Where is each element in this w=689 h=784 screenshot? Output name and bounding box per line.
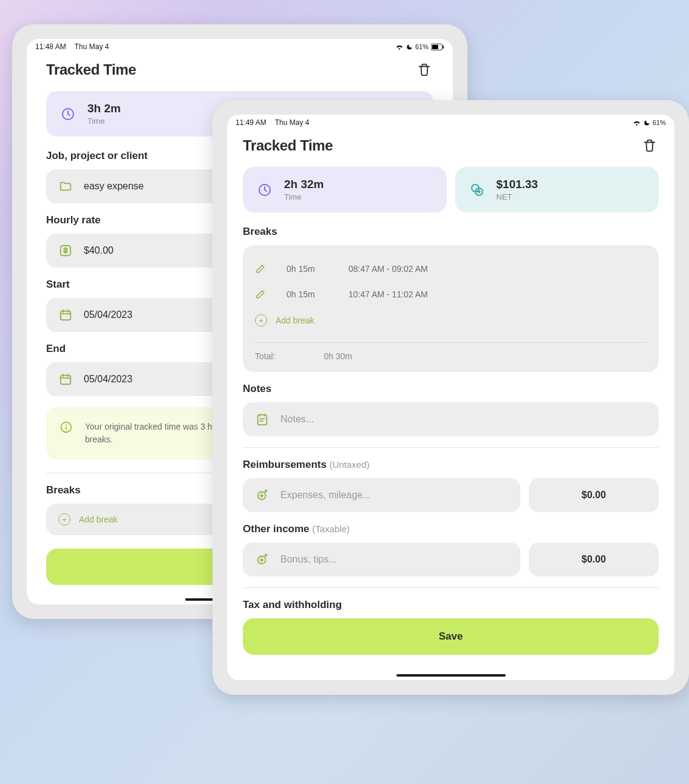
total-value: 0h 30m xyxy=(324,351,352,361)
battery-icon xyxy=(431,44,444,50)
moon-icon xyxy=(406,44,413,50)
screen-front: 11:49 AM Thu May 4 61% Tracked Time xyxy=(227,115,674,680)
rate-value: $40.00 xyxy=(84,245,114,256)
expense-in-icon xyxy=(255,488,270,502)
tax-label: Tax and withholding xyxy=(243,599,659,611)
reimbursements-placeholder: Expenses, mileage... xyxy=(280,490,371,501)
moon-icon xyxy=(643,120,650,126)
reimbursements-amount-field[interactable]: $0.00 xyxy=(529,478,659,512)
other-income-label: Other income (Taxable) xyxy=(243,523,659,535)
svg-rect-2 xyxy=(443,45,444,48)
delete-button[interactable] xyxy=(415,61,433,79)
break-duration: 0h 15m xyxy=(287,289,329,299)
summary-net-label: NET xyxy=(497,192,538,201)
status-time: 11:49 AM xyxy=(236,118,266,127)
save-button[interactable]: Save xyxy=(243,618,659,655)
break-row[interactable]: 0h 15m 08:47 AM - 09:02 AM xyxy=(255,256,647,282)
reimbursements-field[interactable]: Expenses, mileage... xyxy=(243,478,520,512)
breaks-card: 0h 15m 08:47 AM - 09:02 AM 0h 15m 10:47 … xyxy=(243,245,659,372)
other-income-amount-field[interactable]: $0.00 xyxy=(529,542,659,576)
svg-rect-6 xyxy=(61,376,71,385)
home-indicator xyxy=(396,674,506,677)
battery-percent: 61% xyxy=(415,43,429,50)
info-icon xyxy=(59,421,73,434)
notes-field[interactable]: Notes... xyxy=(243,402,659,436)
notes-icon xyxy=(255,412,270,427)
summary-time-value: 2h 32m xyxy=(284,178,324,191)
add-break-button[interactable]: + Add break xyxy=(255,307,647,331)
breaks-total-row: Total: 0h 30m xyxy=(255,345,647,361)
other-income-field[interactable]: Bonus, tips... xyxy=(243,542,520,576)
income-in-icon xyxy=(255,552,270,567)
summary-net-value: $101.33 xyxy=(497,178,538,191)
job-value: easy expense xyxy=(84,181,144,192)
wifi-icon xyxy=(395,44,404,50)
status-date: Thu May 4 xyxy=(275,118,310,127)
edit-icon xyxy=(255,289,267,300)
break-duration: 0h 15m xyxy=(287,264,329,274)
breaks-label: Breaks xyxy=(243,226,659,238)
wifi-icon xyxy=(633,120,641,126)
battery-percent: 61% xyxy=(653,119,666,126)
svg-rect-5 xyxy=(61,311,71,320)
summary-time-card: 2h 32m Time xyxy=(243,167,447,212)
summary-time-value: 3h 2m xyxy=(87,102,121,115)
divider xyxy=(243,447,659,448)
notes-placeholder: Notes... xyxy=(280,414,314,425)
status-time: 11:48 AM xyxy=(35,42,66,51)
break-range: 10:47 AM - 11:02 AM xyxy=(348,289,428,299)
status-date: Thu May 4 xyxy=(75,42,109,51)
clock-icon xyxy=(59,106,76,123)
divider xyxy=(255,342,647,343)
status-bar: 11:49 AM Thu May 4 61% xyxy=(227,115,674,129)
folder-icon xyxy=(58,179,73,194)
dollar-icon xyxy=(58,243,73,258)
edit-icon xyxy=(255,263,267,274)
page-title: Tracked Time xyxy=(46,61,136,78)
total-label: Total: xyxy=(255,351,275,361)
plus-icon: + xyxy=(58,513,70,525)
money-icon xyxy=(469,181,486,198)
summary-time-label: Time xyxy=(284,192,324,201)
page-title: Tracked Time xyxy=(243,137,333,154)
clock-icon xyxy=(256,181,273,198)
delete-button[interactable] xyxy=(640,137,659,155)
svg-rect-11 xyxy=(258,415,267,425)
start-value: 05/04/2023 xyxy=(84,309,132,320)
add-break-label: Add break xyxy=(276,316,314,325)
tablet-front: 11:49 AM Thu May 4 61% Tracked Time xyxy=(212,100,689,695)
svg-rect-1 xyxy=(432,45,438,49)
summary-net-card: $101.33 NET xyxy=(455,167,659,212)
divider xyxy=(243,587,659,588)
reimbursements-label: Reimbursements (Untaxed) xyxy=(243,459,659,471)
status-bar: 11:48 AM Thu May 4 61% xyxy=(27,39,453,53)
other-income-amount: $0.00 xyxy=(582,554,606,565)
calendar-icon xyxy=(58,308,73,322)
break-row[interactable]: 0h 15m 10:47 AM - 11:02 AM xyxy=(255,282,647,307)
notes-label: Notes xyxy=(243,383,659,395)
break-range: 08:47 AM - 09:02 AM xyxy=(348,264,428,274)
summary-time-label: Time xyxy=(87,117,121,126)
add-break-label: Add break xyxy=(79,515,118,524)
end-value: 05/04/2023 xyxy=(84,374,132,385)
calendar-icon xyxy=(58,372,73,387)
reimbursements-amount: $0.00 xyxy=(582,490,606,501)
other-income-placeholder: Bonus, tips... xyxy=(280,554,337,565)
plus-icon: + xyxy=(255,314,267,326)
